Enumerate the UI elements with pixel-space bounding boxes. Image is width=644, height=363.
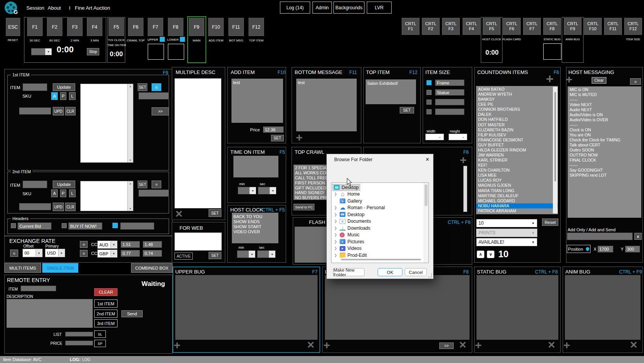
remote-sp-button[interactable]: SP <box>94 340 106 347</box>
item2-update-button[interactable]: Update <box>53 181 75 188</box>
dialog-close-icon[interactable]: ✕ <box>425 157 430 162</box>
toi-sec-dropdown[interactable]: ▼ <box>258 187 276 194</box>
item1-description-list[interactable] <box>80 84 133 163</box>
chevron-right-icon[interactable]: ❯ <box>333 240 338 244</box>
admin-button[interactable]: Admin <box>313 2 332 14</box>
host-message[interactable]: Outtro SOON <box>568 148 641 153</box>
countdown-scrollbar[interactable] <box>553 87 558 213</box>
item2-upd-button[interactable]: UPD <box>53 203 64 211</box>
statue-checkbox[interactable] <box>426 90 432 95</box>
key-ctrl-f12[interactable]: CRTL F12 <box>624 18 642 35</box>
available-dropdown[interactable]: AVAILABLE!▼ <box>476 238 537 246</box>
item1-set-button[interactable]: SET <box>138 83 147 91</box>
item1-upd-button[interactable]: UPD <box>53 107 64 115</box>
key-ctrl-f1[interactable]: CRTL F1 <box>402 18 420 35</box>
anim-bug-add-icon[interactable]: + <box>563 339 570 351</box>
key-f11[interactable]: F11 <box>228 18 244 36</box>
item1-extra-input[interactable] <box>138 92 169 100</box>
remote-1st-item-button[interactable]: 1st ITEM <box>94 299 117 308</box>
static-bug-box[interactable] <box>477 275 558 340</box>
item1-item-input[interactable] <box>22 83 47 91</box>
item1-clr-button[interactable]: CLR <box>65 107 76 115</box>
countdown-artist[interactable]: MARTINE DELALEUF <box>476 193 558 198</box>
chevron-right-icon[interactable]: ❯ <box>333 246 338 250</box>
add-message-x-button[interactable]: x <box>634 233 642 240</box>
send-to-fc-button[interactable]: Send to FC <box>294 204 314 210</box>
current-bid-checkbox[interactable] <box>11 223 16 228</box>
size-option3-checkbox[interactable] <box>426 100 432 105</box>
time-on-item-box[interactable] <box>233 156 278 177</box>
tree-item-documents[interactable]: ❯Documents <box>333 218 428 225</box>
key-ctrl-f4[interactable]: CRTL F4 <box>463 18 480 35</box>
custom-header-field[interactable] <box>120 222 154 230</box>
top-item-set-button[interactable]: SET <box>400 107 414 114</box>
anim-bug-close-icon[interactable]: ✕ <box>630 340 638 350</box>
backgrounds-button[interactable]: Backgrounds <box>333 2 364 14</box>
lower-bug-checkbox[interactable] <box>180 37 185 42</box>
countdown-list[interactable]: ADAM BATKOANDREW WYETHBANKSYCEE PILCONNO… <box>476 86 558 214</box>
exchange-o-button[interactable]: o <box>10 249 18 257</box>
bottom-message-textarea[interactable]: test <box>296 79 357 131</box>
chevron-right-icon[interactable]: ❯ <box>333 233 338 237</box>
tree-hscrollbar[interactable] <box>341 259 421 260</box>
remote-clear-button[interactable]: CLEAR <box>94 288 117 296</box>
chevron-right-icon[interactable]: ❯ <box>333 219 338 223</box>
tree-item-videos[interactable]: ❯Videos <box>333 245 428 252</box>
host-clock-option[interactable]: SHOW START <box>233 224 277 229</box>
bottom-message-add-icon[interactable]: + <box>296 132 303 143</box>
lvr-button[interactable]: LVR <box>367 2 392 14</box>
host-message[interactable]: ------ <box>568 122 641 127</box>
host-messaging-add-icon[interactable]: + <box>566 74 573 85</box>
item2-description-list[interactable] <box>80 181 133 211</box>
primary-dropdown[interactable]: USD▼ <box>45 249 65 257</box>
statue-field[interactable]: Statue <box>435 89 464 96</box>
tree-item-desktop[interactable]: ❯Desktop <box>333 211 428 218</box>
anim-bug-box[interactable] <box>565 275 641 340</box>
countdown-artist[interactable]: FILIP KULISEV <box>476 132 558 138</box>
current-bid-field[interactable]: Current Bid <box>17 222 52 230</box>
lower-bug-close-icon[interactable]: ✕ <box>459 340 467 350</box>
host-messaging-clear-button[interactable]: Clear <box>592 77 606 84</box>
static-bug-close-icon[interactable]: ✕ <box>547 340 556 350</box>
host-message[interactable]: Audio/Video is ON <box>568 112 641 117</box>
remote-item-input[interactable] <box>21 286 56 291</box>
item1-a-button[interactable]: A <box>51 92 58 100</box>
host-clock-option[interactable]: BACK TO YOU <box>233 214 277 219</box>
countdown-artist[interactable]: CONNOR BROTHERS <box>476 107 558 112</box>
countdown-artist[interactable]: MICHAEL GODARD <box>476 198 558 203</box>
hclock-sec-dropdown[interactable]: ▼ <box>257 250 276 258</box>
countdown-artist[interactable]: KEF! <box>476 163 558 168</box>
host-message[interactable]: Video NEXT <box>568 102 641 107</box>
countdown-up-button[interactable]: ∧ <box>476 250 485 259</box>
key-ctrl-f8[interactable]: CRTL F8 <box>543 18 561 35</box>
key-ctrl-f11[interactable]: CRTL F11 <box>604 18 622 35</box>
add-item-textarea[interactable]: test <box>231 79 283 123</box>
key-f4[interactable]: F4 <box>87 18 102 36</box>
host-message[interactable]: Check the Clock for TIMING <box>568 138 641 143</box>
countdown-artist[interactable]: ANDREW WYETH <box>476 92 558 97</box>
remote-send-button[interactable]: Send <box>121 310 143 317</box>
host-clock-option[interactable]: VIDEO OVER <box>233 229 277 234</box>
item1-list-scrollbar[interactable] <box>127 84 133 162</box>
host-messaging-o-button[interactable]: o <box>630 78 641 85</box>
width-dropdown[interactable]: ⌄ <box>425 134 444 140</box>
item2-o-button[interactable]: o <box>152 181 161 188</box>
chevron-right-icon[interactable]: ❯ <box>333 213 338 217</box>
crawl-items-scrollbar[interactable] <box>463 166 467 212</box>
cc1-o-button[interactable]: o <box>80 241 88 248</box>
item2-a-button[interactable]: A <box>51 189 58 197</box>
key-f9[interactable]: F9 <box>189 18 204 36</box>
countdown-artist[interactable]: FRANCOISE DESMONT <box>476 138 558 143</box>
key-f1[interactable]: F1 <box>27 18 43 36</box>
lower-bug-preview[interactable] <box>168 44 184 60</box>
item2-item-input[interactable] <box>22 181 47 188</box>
upper-bug-add-icon[interactable]: + <box>174 339 181 351</box>
host-message[interactable]: Talk about CERT <box>568 143 641 148</box>
countdown-artist[interactable]: KEN CHARLTON <box>476 168 558 173</box>
key-f2[interactable]: F2 <box>47 18 62 36</box>
host-message[interactable]: OUTTRO NOW <box>568 153 641 158</box>
key-ctrl-f10[interactable]: CRTL F10 <box>584 18 602 35</box>
position-x-input[interactable]: 1700 <box>597 246 613 253</box>
countdown-count-dropdown[interactable]: 10▼ <box>476 219 537 227</box>
key-ctrl-f2[interactable]: CRTL F2 <box>422 18 440 35</box>
